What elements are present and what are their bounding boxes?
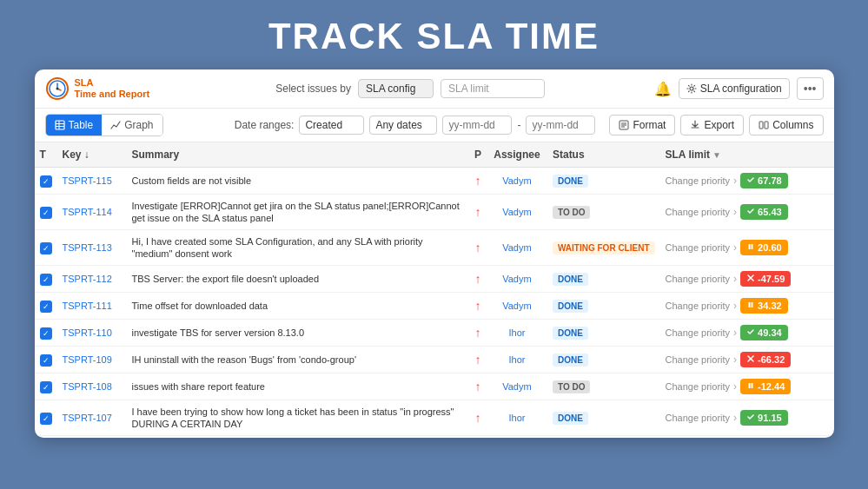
assignee-link[interactable]: Vadym [502,242,531,253]
assignee-link[interactable]: Ihor [508,413,525,423]
columns-button[interactable]: Columns [749,115,823,135]
cell-sla: Change priority › 91.15 [660,400,834,436]
cell-type: ✓ [35,320,57,347]
issue-key-link[interactable]: TSPRT-114 [63,207,112,217]
sla-arrow-button[interactable]: › [733,175,737,187]
cell-status: WAITING FOR CLIENT [547,230,660,266]
row-checkbox[interactable]: ✓ [40,354,52,367]
assignee-link[interactable]: Vadym [502,207,531,217]
date-from-input[interactable] [442,116,512,135]
date-ranges-label: Date ranges: [235,119,295,131]
sla-limit-select[interactable]: SLA limit [441,79,545,98]
cell-assignee: Vadym [487,373,547,400]
more-options-button[interactable]: ••• [797,77,824,100]
status-badge: WAITING FOR CLIENT [553,241,655,254]
sla-arrow-button[interactable]: › [733,300,737,312]
change-priority-link[interactable]: Change priority [666,381,731,392]
sla-arrow-button[interactable]: › [733,241,737,254]
issue-key-link[interactable]: TSPRT-113 [63,242,112,253]
cell-priority: ↑ [469,168,487,195]
change-priority-link[interactable]: Change priority [666,175,731,186]
change-priority-link[interactable]: Change priority [666,274,731,284]
assignee-link[interactable]: Vadym [502,274,531,284]
sla-arrow-button[interactable]: › [733,354,737,366]
row-checkbox[interactable]: ✓ [40,207,52,219]
assignee-link[interactable]: Vadym [502,381,531,392]
issue-key-link[interactable]: TSPRT-108 [63,381,112,392]
sla-arrow-button[interactable]: › [733,412,737,424]
sla-cell: Change priority › -47.59 [666,271,829,287]
change-priority-link[interactable]: Change priority [666,207,731,217]
row-checkbox[interactable]: ✓ [40,327,52,340]
row-checkbox[interactable]: ✓ [40,381,52,393]
table-area: T Key ↓ Summary P Assignee Status SLA li… [35,142,834,438]
sla-cell: Change priority › 20.60 [666,240,829,255]
cell-summary: Hi, I have created some SLA Configuratio… [127,230,469,266]
issue-key-link[interactable]: TSPRT-112 [63,274,112,284]
change-priority-link[interactable]: Change priority [666,413,731,423]
bell-button[interactable]: 🔔 [654,81,672,97]
date-to-input[interactable] [526,116,595,135]
priority-icon: ↑ [474,241,480,254]
change-priority-link[interactable]: Change priority [666,301,731,311]
sla-config-select[interactable]: SLA config [358,79,434,98]
app-container: SLA Time and Report Select issues by SLA… [35,69,834,438]
row-checkbox[interactable]: ✓ [40,301,52,313]
cell-type: ✓ [35,168,57,195]
cell-summary: IH uninstall with the reason 'Bugs' from… [127,347,469,373]
sla-status-icon [746,175,755,186]
sla-status-icon [746,381,755,392]
graph-view-button[interactable]: Graph [102,115,162,135]
sla-filter[interactable]: SLA limit ▼ [666,149,721,161]
sla-number: 67.78 [758,175,782,186]
row-checkbox[interactable]: ✓ [40,242,52,254]
table-view-button[interactable]: Table [46,115,103,135]
cell-status: DONE [547,347,660,373]
assignee-link[interactable]: Ihor [508,327,525,338]
columns-btn-label: Columns [772,119,813,131]
cell-assignee: Vadym [487,168,547,195]
issue-key-link[interactable]: TSPRT-107 [63,413,112,423]
issue-key-link[interactable]: TSPRT-111 [63,301,112,311]
sla-arrow-button[interactable]: › [733,273,737,285]
change-priority-link[interactable]: Change priority [666,242,731,253]
change-priority-link[interactable]: Change priority [666,327,731,338]
issue-key-link[interactable]: TSPRT-109 [63,354,112,365]
sla-value-badge: 67.78 [740,173,788,188]
cell-sla: Change priority › 49.34 [660,320,834,347]
cell-assignee: Vadym [487,436,547,439]
cell-summary: Time offset for downloaded data [127,293,469,320]
table-row: ✓ TSPRT-111 Time offset for downloaded d… [35,293,834,320]
export-button[interactable]: Export [680,115,744,135]
change-priority-link[interactable]: Change priority [666,354,731,365]
row-checkbox[interactable]: ✓ [40,274,52,286]
sla-cell: Change priority › 67.78 [666,173,829,188]
any-dates-select[interactable]: Any dates [369,116,437,135]
priority-icon: ↑ [474,272,480,286]
svg-point-4 [56,88,58,90]
svg-rect-6 [56,121,64,129]
assignee-link[interactable]: Ihor [508,354,525,365]
status-badge: DONE [553,175,588,188]
col-header-key[interactable]: Key ↓ [57,142,127,168]
assignee-link[interactable]: Vadym [502,175,531,186]
sla-configuration-button[interactable]: SLA configuration [679,78,790,99]
issue-key-link[interactable]: TSPRT-115 [63,175,112,186]
cell-key: TSPRT-114 [57,195,127,230]
row-checkbox[interactable]: ✓ [40,175,52,188]
sla-arrow-button[interactable]: › [733,327,737,339]
cell-summary: I have been trying to show how long a ti… [127,400,469,436]
date-type-select[interactable]: Created Updated Resolved [299,116,364,135]
format-button[interactable]: Format [609,115,675,135]
assignee-link[interactable]: Vadym [502,301,531,311]
priority-icon: ↑ [474,174,480,188]
issue-summary: Time offset for downloaded data [132,301,268,311]
sla-arrow-button[interactable]: › [733,380,737,393]
page-title: TRACK SLA TIME [268,0,600,69]
sla-arrow-button[interactable]: › [733,206,737,218]
cell-summary: Investigate [ERROR]Cannot get jira on th… [127,195,469,230]
issue-key-link[interactable]: TSPRT-110 [63,327,112,338]
status-badge: DONE [553,412,588,425]
row-checkbox[interactable]: ✓ [40,413,52,425]
cell-sla: Change priority › -12.44 [660,373,834,400]
